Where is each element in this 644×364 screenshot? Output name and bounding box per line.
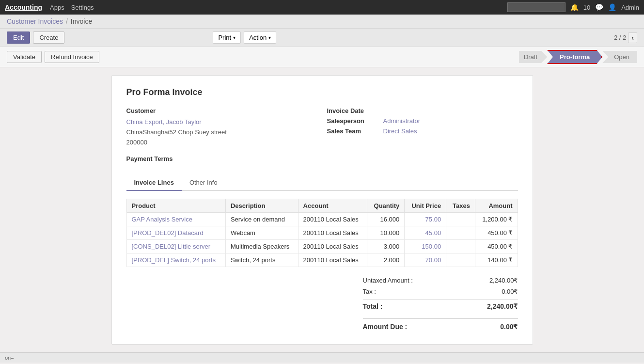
amount-due-value: 0.00₹ bbox=[500, 323, 518, 331]
cell-account: 200110 Local Sales bbox=[298, 213, 367, 226]
global-search-input[interactable] bbox=[507, 2, 565, 12]
invoice-date-label: Invoice Date bbox=[327, 107, 376, 114]
tax-value: 0.00₹ bbox=[502, 288, 518, 295]
status-bar: Draft Pro-forma Open bbox=[519, 50, 637, 64]
status-draft[interactable]: Draft bbox=[519, 51, 547, 63]
table-header: Product Description Account Quantity Uni… bbox=[126, 199, 518, 213]
invoice-card: Pro Forma Invoice Customer China Export,… bbox=[111, 75, 533, 345]
apps-menu-item[interactable]: Apps bbox=[50, 4, 64, 11]
cell-description: Service on demand bbox=[225, 213, 298, 226]
bottom-bar: on= bbox=[0, 352, 644, 363]
workflow-bar: Validate Refund Invoice Draft Pro-forma … bbox=[0, 47, 644, 67]
status-proforma[interactable]: Pro-forma bbox=[547, 50, 602, 64]
print-button[interactable]: Print ▾ bbox=[213, 32, 241, 44]
action-button[interactable]: Action ▾ bbox=[244, 32, 276, 44]
table-header-row: Product Description Account Quantity Uni… bbox=[126, 199, 518, 213]
cell-amount: 140.00 ₹ bbox=[475, 253, 518, 267]
customer-label: Customer bbox=[126, 107, 317, 114]
tax-label: Tax : bbox=[363, 288, 376, 295]
total-row: Total : 2,240.00₹ bbox=[363, 299, 518, 312]
amount-due-label: Amount Due : bbox=[363, 323, 408, 331]
cell-product[interactable]: GAP Analysis Service bbox=[126, 213, 225, 226]
customer-postal: 200000 bbox=[126, 138, 317, 148]
breadcrumb-separator: / bbox=[66, 17, 68, 25]
payment-terms-label: Payment Terms bbox=[126, 155, 317, 162]
invoice-date-row: Invoice Date bbox=[327, 107, 518, 114]
invoice-lines-table: Product Description Account Quantity Uni… bbox=[126, 199, 518, 267]
cell-amount: 450.00 ₹ bbox=[475, 240, 518, 253]
invoice-title: Pro Forma Invoice bbox=[126, 87, 518, 97]
untaxed-value: 2,240.00₹ bbox=[489, 277, 518, 284]
cell-taxes bbox=[446, 253, 475, 267]
action-arrow-icon: ▾ bbox=[268, 35, 271, 40]
sales-team-label: Sales Team bbox=[327, 127, 376, 135]
invoice-right-section: Invoice Date Salesperson Administrator S… bbox=[327, 107, 518, 165]
totals-table: Untaxed Amount : 2,240.00₹ Tax : 0.00₹ T… bbox=[363, 275, 518, 332]
cell-product[interactable]: [PROD_DEL] Switch, 24 ports bbox=[126, 253, 225, 267]
col-taxes: Taxes bbox=[446, 199, 475, 213]
tax-row: Tax : 0.00₹ bbox=[363, 286, 518, 297]
invoice-header: Customer China Export, Jacob Taylor Chin… bbox=[126, 107, 518, 165]
user-avatar[interactable]: 👤 bbox=[608, 3, 616, 11]
main-content: Pro Forma Invoice Customer China Export,… bbox=[0, 67, 644, 352]
cell-unit-price: 150.00 bbox=[405, 240, 446, 253]
brand-link[interactable]: Accounting bbox=[5, 3, 42, 11]
notification-count: 10 bbox=[583, 4, 590, 11]
table-row: GAP Analysis Service Service on demand 2… bbox=[126, 213, 518, 226]
status-open[interactable]: Open bbox=[602, 51, 637, 63]
print-arrow-icon: ▾ bbox=[233, 35, 236, 40]
cell-description: Webcam bbox=[225, 226, 298, 240]
sales-team-value[interactable]: Direct Sales bbox=[383, 127, 417, 135]
validate-button[interactable]: Validate bbox=[7, 51, 42, 63]
chat-icon[interactable]: 💬 bbox=[595, 3, 603, 11]
create-button[interactable]: Create bbox=[33, 32, 64, 44]
cell-description: Switch, 24 ports bbox=[225, 253, 298, 267]
customer-address: ChinaShanghai52 Chop Suey street bbox=[126, 127, 317, 138]
salesperson-label: Salesperson bbox=[327, 117, 376, 125]
untaxed-label: Untaxed Amount : bbox=[363, 277, 413, 284]
cell-account: 200110 Local Sales bbox=[298, 253, 367, 267]
cell-unit-price: 75.00 bbox=[405, 213, 446, 226]
refund-invoice-button[interactable]: Refund Invoice bbox=[45, 51, 99, 63]
cell-amount: 1,200.00 ₹ bbox=[475, 213, 518, 226]
col-quantity: Quantity bbox=[367, 199, 405, 213]
breadcrumb: Customer Invoices / Invoice bbox=[0, 15, 644, 28]
cell-product[interactable]: [CONS_DEL02] Little server bbox=[126, 240, 225, 253]
cell-account: 200110 Local Sales bbox=[298, 240, 367, 253]
salesperson-value[interactable]: Administrator bbox=[383, 117, 421, 125]
cell-taxes bbox=[446, 240, 475, 253]
col-account: Account bbox=[298, 199, 367, 213]
cell-account: 200110 Local Sales bbox=[298, 226, 367, 240]
notification-icon[interactable]: 🔔 bbox=[570, 3, 579, 11]
toolbar: Edit Create Print ▾ Action ▾ 2 / 2 ‹ bbox=[0, 28, 644, 47]
col-description: Description bbox=[225, 199, 298, 213]
tabs: Invoice Lines Other Info bbox=[126, 175, 518, 191]
table-body: GAP Analysis Service Service on demand 2… bbox=[126, 213, 518, 267]
cell-unit-price: 45.00 bbox=[405, 226, 446, 240]
tab-other-info[interactable]: Other Info bbox=[182, 175, 225, 191]
table-row: [PROD_DEL02] Datacard Webcam 200110 Loca… bbox=[126, 226, 518, 240]
tab-invoice-lines[interactable]: Invoice Lines bbox=[126, 175, 182, 191]
cell-quantity: 16.000 bbox=[367, 213, 405, 226]
invoice-customer-section: Customer China Export, Jacob Taylor Chin… bbox=[126, 107, 317, 165]
settings-menu-item[interactable]: Settings bbox=[71, 4, 94, 11]
table-row: [PROD_DEL] Switch, 24 ports Switch, 24 p… bbox=[126, 253, 518, 267]
customer-name[interactable]: China Export, Jacob Taylor bbox=[126, 117, 317, 127]
edit-button[interactable]: Edit bbox=[7, 32, 30, 44]
topbar: Accounting Apps Settings 🔔 10 💬 👤 Admin bbox=[0, 0, 644, 15]
cell-unit-price: 70.00 bbox=[405, 253, 446, 267]
cell-product[interactable]: [PROD_DEL02] Datacard bbox=[126, 226, 225, 240]
user-name: Admin bbox=[621, 4, 639, 11]
table-row: [CONS_DEL02] Little server Multimedia Sp… bbox=[126, 240, 518, 253]
cell-description: Multimedia Speakers bbox=[225, 240, 298, 253]
total-label: Total : bbox=[363, 302, 383, 310]
sales-team-row: Sales Team Direct Sales bbox=[327, 127, 518, 135]
cell-taxes bbox=[446, 226, 475, 240]
cell-quantity: 3.000 bbox=[367, 240, 405, 253]
cell-taxes bbox=[446, 213, 475, 226]
pagination-area: 2 / 2 ‹ bbox=[614, 32, 637, 43]
total-value: 2,240.00₹ bbox=[487, 302, 518, 310]
breadcrumb-parent[interactable]: Customer Invoices bbox=[7, 17, 63, 25]
cell-amount: 450.00 ₹ bbox=[475, 226, 518, 240]
prev-record-button[interactable]: ‹ bbox=[628, 32, 637, 43]
